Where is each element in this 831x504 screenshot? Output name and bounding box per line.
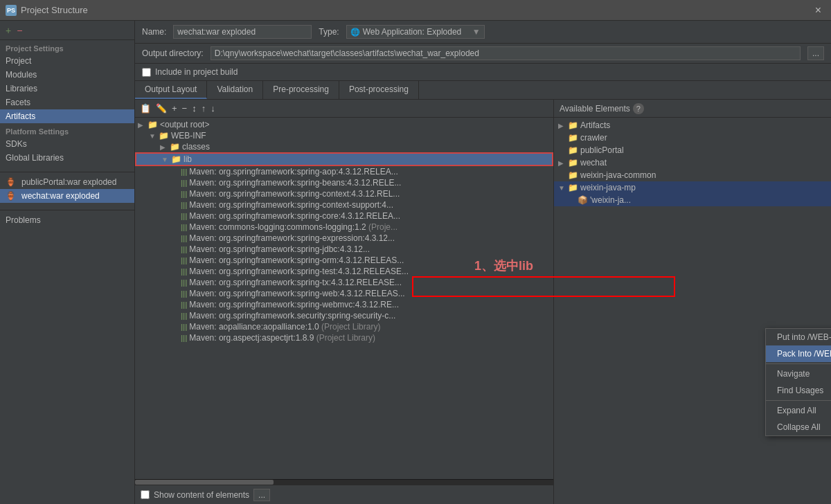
tree-item-spring-tx[interactable]: ||| Maven: org.springframework:spring-tx… [135, 277, 553, 288]
maven-icon: ||| [181, 201, 187, 209]
maven-icon: ||| [181, 212, 187, 220]
name-label: Name: [142, 27, 166, 37]
tree-item-spring-expression[interactable]: ||| Maven: org.springframework:spring-ex… [135, 233, 553, 244]
available-panel: Available Elements ? ▶ 📁 Artifacts 📁 cra… [554, 100, 831, 504]
avail-item-artifacts[interactable]: ▶ 📁 Artifacts [554, 119, 831, 132]
tree-add-button[interactable]: + [170, 103, 179, 114]
context-pack-into-lib[interactable]: Pack Into /WEB-INF/lib/weixin-java-mp.ja… [766, 345, 831, 362]
context-item-label: Navigate [777, 369, 810, 379]
context-put-into-classes[interactable]: Put into /WEB-INF/classes [766, 329, 831, 345]
context-collapse-all[interactable]: Collapse All Ctrl+NumPad - [766, 419, 831, 435]
tree-item-aopalliance[interactable]: ||| Maven: aopalliance:aopalliance:1.0 (… [135, 321, 553, 332]
avail-item-weixin-jar[interactable]: 📦 'weixin-ja... [554, 194, 831, 206]
available-tree: ▶ 📁 Artifacts 📁 crawler 📁 publicP [554, 118, 831, 504]
name-input[interactable] [173, 25, 312, 39]
tree-item-commons-logging[interactable]: ||| Maven: commons-logging:commons-loggi… [135, 222, 553, 233]
tree-item-aspectjrt[interactable]: ||| Maven: org.aspectj:aspectjrt:1.8.9 (… [135, 332, 553, 343]
sidebar-item-label: Problems [6, 215, 41, 225]
sidebar-item-artifacts[interactable]: Artifacts [0, 109, 134, 123]
tree-item-spring-test[interactable]: ||| Maven: org.springframework:spring-te… [135, 266, 553, 277]
type-icon: 🌐 [350, 28, 360, 37]
sidebar-item-wechat[interactable]: 🏺 wechat:war exploded [0, 189, 134, 203]
tree-item-spring-beans[interactable]: ||| Maven: org.springframework:spring-be… [135, 177, 553, 188]
output-layout: 📋 ✏️ + − ↕ ↑ ↓ ▶ 📁 <output root> [135, 100, 831, 504]
sidebar-item-global-libraries[interactable]: Global Libraries [0, 151, 134, 165]
tree-item-spring-context[interactable]: ||| Maven: org.springframework:spring-co… [135, 188, 553, 199]
context-separator-1 [766, 363, 831, 364]
tab-post-processing[interactable]: Post-processing [339, 81, 419, 99]
tree-item-spring-context-support[interactable]: ||| Maven: org.springframework:spring-co… [135, 199, 553, 210]
sidebar-item-label: Modules [6, 70, 37, 80]
output-dir-browse-button[interactable]: ... [807, 46, 824, 60]
sidebar-item-libraries[interactable]: Libraries [0, 82, 134, 96]
folder-icon: 📁 [568, 145, 578, 155]
include-checkbox[interactable] [142, 68, 151, 77]
tree-item-spring-jdbc[interactable]: ||| Maven: org.springframework:spring-jd… [135, 244, 553, 255]
tree-item-spring-orm[interactable]: ||| Maven: org.springframework:spring-or… [135, 255, 553, 266]
folder-icon: 📁 [170, 142, 180, 152]
platform-settings-header: Platform Settings [0, 123, 134, 137]
tree-item-webinf[interactable]: ▼ 📁 WEB-INF [135, 130, 553, 141]
maven-icon: ||| [181, 245, 187, 253]
tree-up-button[interactable]: ↑ [200, 103, 208, 114]
show-content-checkbox[interactable] [141, 490, 150, 499]
remove-artifact-button[interactable]: − [15, 25, 24, 36]
folder-icon: 📁 [568, 183, 578, 192]
artifact-label: publicPortal:war exploded [21, 177, 116, 187]
tree-item-spring-web[interactable]: ||| Maven: org.springframework:spring-we… [135, 288, 553, 299]
app-icon: PS [6, 5, 17, 16]
context-item-label: Pack Into /WEB-INF/lib/weixin-java-mp.ja… [777, 349, 831, 359]
sidebar-item-sdks[interactable]: SDKs [0, 137, 134, 151]
add-artifact-button[interactable]: + [4, 25, 12, 36]
sidebar: + − Project Settings Project Modules Lib… [0, 21, 135, 504]
tree-down-button[interactable]: ↓ [209, 103, 217, 114]
horizontal-scrollbar[interactable] [135, 479, 553, 485]
output-dir-input[interactable] [211, 46, 801, 60]
folder-icon: 📁 [568, 133, 578, 143]
tab-output-layout[interactable]: Output Layout [135, 81, 207, 99]
available-header: Available Elements ? [554, 100, 831, 118]
folder-icon: 📁 [171, 154, 181, 164]
tree-item-spring-security[interactable]: ||| Maven: org.springframework.security:… [135, 310, 553, 321]
sidebar-item-publicportal[interactable]: 🏺 publicPortal:war exploded [0, 175, 134, 189]
avail-item-weixin-java-mp[interactable]: ▼ 📁 weixin-java-mp [554, 181, 831, 194]
tree-sort-button[interactable]: ↕ [190, 103, 198, 114]
maven-icon: ||| [181, 168, 187, 176]
available-elements-label: Available Elements [560, 104, 630, 114]
tab-validation[interactable]: Validation [207, 81, 263, 99]
avail-item-publicportal[interactable]: 📁 publicPortal [554, 144, 831, 156]
sidebar-item-facets[interactable]: Facets [0, 96, 134, 109]
maven-icon: ||| [181, 323, 187, 331]
tree-btn-1[interactable]: 📋 [138, 103, 152, 114]
show-content-label[interactable]: Show content of elements [154, 490, 249, 500]
tree-item-output-root[interactable]: ▶ 📁 <output root> [135, 119, 553, 130]
maven-icon: ||| [181, 190, 187, 198]
sidebar-item-project[interactable]: Project [0, 54, 134, 68]
context-find-usages[interactable]: Find Usages Ctrl+G [766, 382, 831, 399]
context-navigate[interactable]: Navigate F12 [766, 366, 831, 382]
tree-btn-2[interactable]: ✏️ [154, 103, 168, 114]
tab-pre-processing[interactable]: Pre-processing [263, 81, 339, 99]
tree-item-spring-aop[interactable]: ||| Maven: org.springframework:spring-ao… [135, 166, 553, 177]
tree-remove-button[interactable]: − [181, 103, 189, 114]
tree-item-classes[interactable]: ▶ 📁 classes [135, 141, 553, 152]
type-combo[interactable]: 🌐 Web Application: Exploded ▼ [346, 25, 485, 39]
avail-item-wechat[interactable]: ▶ 📁 wechat [554, 156, 831, 169]
tree-item-spring-webmvc[interactable]: ||| Maven: org.springframework:spring-we… [135, 299, 553, 310]
tree-item-lib[interactable]: ▼ 📁 lib [135, 152, 553, 166]
sidebar-item-problems[interactable]: Problems [0, 213, 134, 227]
close-button[interactable]: × [811, 3, 825, 18]
context-expand-all[interactable]: Expand All Ctrl+NumPad + [766, 402, 831, 419]
toggle-icon: ▶ [558, 159, 568, 167]
sidebar-item-modules[interactable]: Modules [0, 68, 134, 82]
tree-item-spring-core[interactable]: ||| Maven: org.springframework:spring-co… [135, 210, 553, 222]
show-content-more-button[interactable]: ... [253, 489, 270, 501]
maven-icon: ||| [181, 312, 187, 320]
context-item-label: Find Usages [777, 386, 823, 395]
avail-item-weixin-java-common[interactable]: 📁 weixin-java-common [554, 169, 831, 181]
toggle-icon: ▶ [558, 122, 568, 129]
help-button[interactable]: ? [633, 103, 644, 114]
scrollbar-thumb [135, 480, 274, 485]
include-label[interactable]: Include in project build [155, 67, 238, 77]
avail-item-crawler[interactable]: 📁 crawler [554, 132, 831, 144]
